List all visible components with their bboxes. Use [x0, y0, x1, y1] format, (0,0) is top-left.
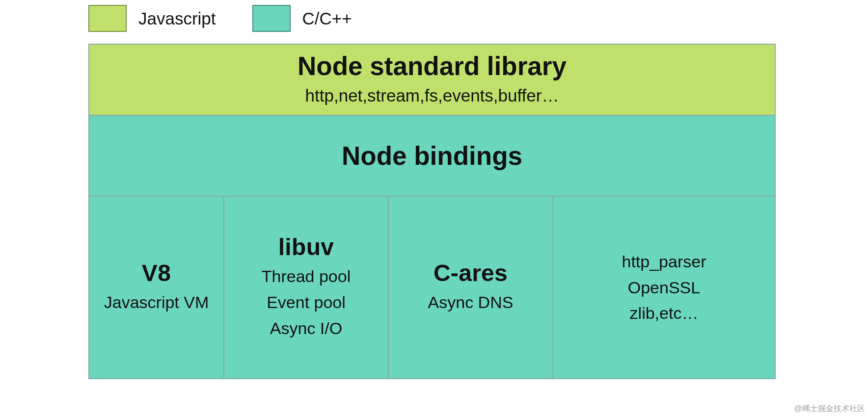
- v8-lines: Javascript VM: [104, 289, 209, 315]
- stdlib-subtitle: http,net,stream,fs,events,buffer…: [89, 83, 775, 109]
- v8-line-0: Javascript VM: [104, 289, 209, 315]
- misc-line-1: OpenSSL: [622, 275, 706, 301]
- layer-bottom: V8 Javascript VM libuv Thread pool Event…: [89, 197, 775, 378]
- cares-line-0: Async DNS: [428, 289, 514, 315]
- libuv-line-2: Async I/O: [262, 315, 351, 341]
- libuv-title: libuv: [278, 234, 334, 260]
- legend-label-javascript: Javascript: [138, 9, 216, 28]
- legend-swatch-javascript: [88, 5, 127, 32]
- bindings-title: Node bindings: [89, 141, 775, 171]
- misc-line-2: zlib,etc…: [622, 300, 706, 326]
- misc-lines: http_parser OpenSSL zlib,etc…: [622, 249, 706, 326]
- layer-bindings: Node bindings: [89, 116, 775, 197]
- legend-swatch-ccpp: [252, 5, 291, 32]
- misc-line-0: http_parser: [622, 249, 706, 275]
- watermark: @稀土掘金技术社区: [794, 404, 865, 414]
- layer-stdlib: Node standard library http,net,stream,fs…: [89, 45, 775, 116]
- cell-cares: C-ares Async DNS: [389, 197, 553, 378]
- architecture-stack: Node standard library http,net,stream,fs…: [88, 44, 776, 379]
- stdlib-title: Node standard library: [89, 51, 775, 81]
- cares-lines: Async DNS: [428, 289, 514, 315]
- libuv-line-1: Event pool: [262, 289, 351, 315]
- cell-libuv: libuv Thread pool Event pool Async I/O: [224, 197, 389, 378]
- libuv-lines: Thread pool Event pool Async I/O: [262, 263, 351, 341]
- v8-title: V8: [142, 260, 171, 286]
- cell-misc: http_parser OpenSSL zlib,etc…: [553, 197, 775, 378]
- libuv-line-0: Thread pool: [262, 263, 351, 289]
- legend-label-ccpp: C/C++: [302, 9, 352, 28]
- legend: Javascript C/C++: [0, 0, 868, 32]
- cell-v8: V8 Javascript VM: [89, 197, 224, 378]
- cares-title: C-ares: [434, 260, 508, 286]
